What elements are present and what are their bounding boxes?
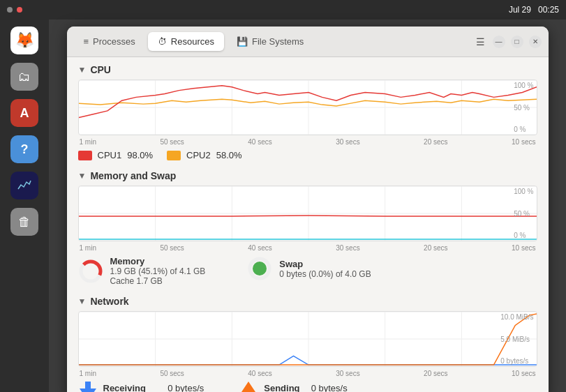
cpu-legend: CPU1 98.0% CPU2 58.0% [78,150,537,160]
appstore-icon[interactable]: A [10,99,38,127]
cpu-time-1: 50 secs [160,138,184,146]
memory-text: Memory 1.9 GB (45.1%) of 4.1 GB Cache 1.… [110,256,206,286]
cpu-time-4: 20 secs [424,138,447,146]
cpu-y-0: 0 % [514,126,533,133]
svg-marker-29 [80,382,96,392]
tab-resources[interactable]: ⏱ Resources [148,32,224,51]
swap-text: Swap 0 bytes (0.0%) of 4.0 GB [279,259,371,279]
sending-text: Sending Total Sent [264,383,301,392]
sending-values: 0 bytes/s 545.7 KiB [311,383,350,392]
cpu-time-5: 10 secs [512,138,535,146]
desktop: 🦊 🗂 A ? 🗑 ≡ Processes ⏱ Resources [0,20,566,392]
network-section: ▼ Network [78,296,537,392]
cpu-time-3: 30 secs [336,138,359,146]
cpu1-color [78,151,92,160]
help-icon[interactable]: ? [10,135,38,163]
maximize-button[interactable]: □ [511,36,523,48]
receiving-values: 0 bytes/s 18.7 MiB [167,383,204,392]
memory-time-labels: 1 min 50 secs 40 secs 30 secs 20 secs 10… [78,244,537,252]
close-button[interactable]: ✕ [529,36,542,48]
cpu-chart: 100 % 50 % 0 % [78,80,537,135]
minimize-button[interactable]: — [493,36,505,48]
cpu-y-labels: 100 % 50 % 0 % [514,80,533,135]
sending-rate: 0 bytes/s [311,383,350,392]
cpu2-label: CPU2 [186,150,211,160]
network-time-1: 50 secs [160,370,184,377]
taskbar-dot-2 [17,7,22,13]
network-title: Network [90,296,128,307]
tab-processes-label: Processes [93,36,135,47]
menu-button[interactable]: ☰ [475,36,487,48]
memory-header: ▼ Memory and Swap [78,170,537,181]
cpu-y-100: 100 % [514,82,533,89]
network-y-labels: 10.0 MiB/s 5.0 MiB/s 0 bytes/s [500,312,533,366]
sidebar: 🦊 🗂 A ? 🗑 [0,20,49,392]
network-header: ▼ Network [78,296,537,307]
memory-used: 1.9 GB (45.1%) of 4.1 GB [110,266,206,276]
memory-time-3: 30 secs [336,244,359,252]
memory-time-1: 50 secs [160,244,184,252]
network-stats-row: Receiving Total Received 0 bytes/s 18.7 … [78,382,537,392]
memory-collapse-icon[interactable]: ▼ [78,171,87,181]
memory-chart-svg [79,186,537,241]
network-time-0: 1 min [80,370,96,377]
cpu-collapse-icon[interactable]: ▼ [78,65,87,75]
tab-filesystems-label: File Systems [252,36,304,47]
monitor-icon[interactable] [10,172,38,199]
sending-stat: Sending Total Sent 0 bytes/s 545.7 KiB [239,382,350,392]
network-chart-svg [79,312,537,366]
network-y-bot: 0 bytes/s [500,357,533,365]
cpu2-value: 58.0% [216,150,242,160]
taskbar-date: Jul 29 [509,5,531,15]
app-window: ≡ Processes ⏱ Resources 💾 File Systems ☰… [67,27,549,392]
filesystems-icon: 💾 [237,36,248,47]
window-controls: ☰ — □ ✕ [475,36,542,48]
tab-bar: ≡ Processes ⏱ Resources 💾 File Systems [74,32,314,51]
cpu-header: ▼ CPU [78,64,537,75]
cpu-time-2: 40 secs [248,138,271,146]
memory-donut [78,259,103,284]
cpu-section: ▼ CPU [78,64,537,160]
receiving-icon [78,382,98,392]
cpu-chart-svg [79,80,537,135]
svg-marker-30 [240,382,257,392]
cpu-title: CPU [90,64,111,75]
receiving-rate: 0 bytes/s [167,383,204,392]
network-time-4: 20 secs [424,370,447,377]
receiving-label: Receiving [103,383,158,392]
cpu-y-50: 50 % [514,104,533,112]
memory-time-4: 20 secs [424,244,447,252]
cpu2-color [167,151,181,160]
swap-stat: Swap 0 bytes (0.0%) of 4.0 GB [247,256,371,281]
memory-time-0: 1 min [80,244,96,252]
taskbar: Jul 29 00:25 [0,0,566,20]
taskbar-time: 00:25 [538,5,559,15]
memory-chart: 100 % 50 % 0 % [78,186,537,241]
svg-point-20 [253,262,267,276]
cpu1-value: 98.0% [127,150,153,160]
network-collapse-icon[interactable]: ▼ [78,296,87,306]
sending-icon [239,382,258,392]
swap-donut [247,256,272,281]
files-icon[interactable]: 🗂 [10,63,38,91]
memory-stat: Memory 1.9 GB (45.1%) of 4.1 GB Cache 1.… [78,256,206,286]
window-content: ▼ CPU [67,57,549,392]
memory-title: Memory and Swap [90,170,176,181]
trash-icon[interactable]: 🗑 [10,208,38,236]
taskbar-left [7,7,22,13]
window-titlebar: ≡ Processes ⏱ Resources 💾 File Systems ☰… [67,27,549,57]
firefox-icon[interactable]: 🦊 [10,27,38,54]
tab-filesystems[interactable]: 💾 File Systems [227,32,313,51]
receiving-stat: Receiving Total Received 0 bytes/s 18.7 … [78,382,204,392]
memory-section: ▼ Memory and Swap [78,170,537,286]
network-chart: 10.0 MiB/s 5.0 MiB/s 0 bytes/s [78,311,537,367]
taskbar-dot-1 [7,7,13,13]
tab-processes[interactable]: ≡ Processes [74,32,145,51]
cpu-time-0: 1 min [80,138,96,146]
main-area: ≡ Processes ⏱ Resources 💾 File Systems ☰… [49,20,566,392]
memory-cache: Cache 1.7 GB [110,276,206,286]
network-y-mid: 5.0 MiB/s [500,336,533,343]
network-time-5: 10 secs [512,370,535,377]
cpu1-legend: CPU1 98.0% [78,150,154,160]
processes-icon: ≡ [84,36,89,47]
